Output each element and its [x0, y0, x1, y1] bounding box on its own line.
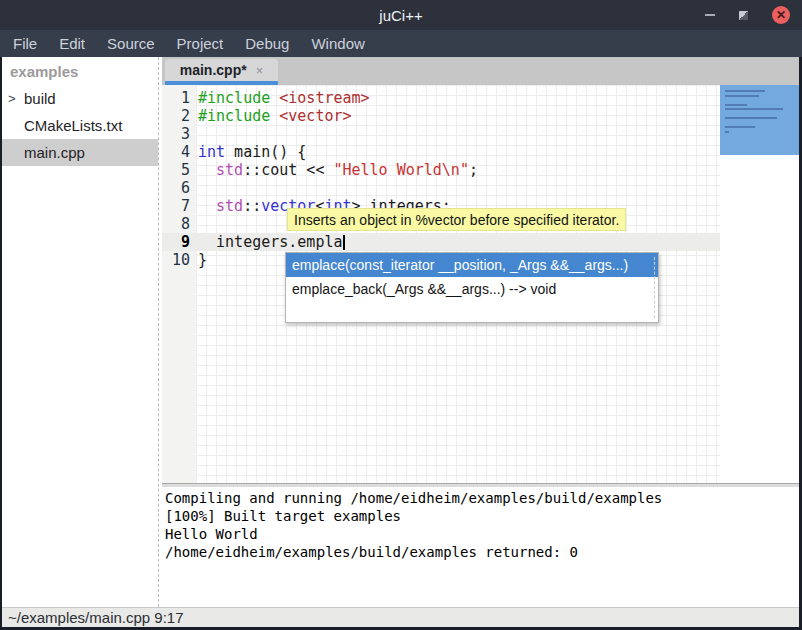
- line-text: }: [190, 251, 207, 269]
- terminal-line: Hello World: [165, 525, 802, 543]
- code-line-9[interactable]: 9 integers.empla: [162, 233, 720, 251]
- sidebar-item-cmakelists-txt[interactable]: CMakeLists.txt: [0, 112, 158, 139]
- terminal-line: Compiling and running /home/eidheim/exam…: [165, 489, 802, 507]
- minimap-code-line: [725, 90, 765, 92]
- title-bar[interactable]: juCi++ ✕: [0, 0, 802, 30]
- menu-item-file[interactable]: File: [2, 32, 48, 55]
- minimap-column[interactable]: [720, 85, 802, 483]
- autocomplete-item-0[interactable]: emplace(const_iterator __position, _Args…: [286, 253, 658, 277]
- line-text: std::cout << "Hello World\n";: [190, 161, 478, 179]
- code-line-6[interactable]: 6: [162, 179, 720, 197]
- minimap-code-line: [725, 117, 777, 119]
- line-number: 2: [162, 107, 190, 125]
- sidebar-item-build[interactable]: >build: [0, 85, 158, 112]
- popup-scrollbar[interactable]: [654, 257, 655, 318]
- line-text: integers.empla: [190, 233, 345, 251]
- file-tree: >buildCMakeLists.txtmain.cpp: [0, 85, 158, 166]
- line-number: 9: [162, 233, 190, 251]
- autocomplete-item-1[interactable]: emplace_back(_Args &&__args...) --> void: [286, 277, 658, 301]
- terminal-output[interactable]: Compiling and running /home/eidheim/exam…: [162, 487, 802, 607]
- line-number: 3: [162, 125, 190, 143]
- menu-bar: FileEditSourceProjectDebugWindow: [0, 30, 802, 57]
- file-label: build: [24, 90, 56, 107]
- file-tree-sidebar: examples >buildCMakeLists.txtmain.cpp: [0, 57, 158, 607]
- code-lines: 1#include <iostream>2#include <vector>34…: [162, 89, 720, 269]
- editor-column: main.cpp* × 1#include <iostream>2#includ…: [162, 57, 802, 607]
- minimize-icon[interactable]: [705, 14, 715, 16]
- code-line-1[interactable]: 1#include <iostream>: [162, 89, 720, 107]
- window-border-left: [0, 57, 2, 630]
- menu-item-edit[interactable]: Edit: [48, 32, 96, 55]
- line-number: 10: [162, 251, 190, 269]
- project-name-header: examples: [0, 57, 158, 85]
- file-label: main.cpp: [24, 144, 85, 161]
- code-editor[interactable]: 1#include <iostream>2#include <vector>34…: [162, 85, 802, 483]
- line-text: [190, 179, 198, 197]
- minimap-code-line: [725, 126, 755, 128]
- tab-main-cpp[interactable]: main.cpp* ×: [165, 59, 278, 85]
- minimap-code-line: [725, 104, 747, 106]
- file-label: CMakeLists.txt: [24, 117, 122, 134]
- line-text: int main() {: [190, 143, 306, 161]
- window-controls: ✕: [705, 0, 790, 30]
- line-text: [190, 125, 198, 143]
- line-text: #include <iostream>: [190, 89, 370, 107]
- app-window: juCi++ ✕ FileEditSourceProjectDebugWindo…: [0, 0, 802, 630]
- terminal-line: [100%] Built target examples: [165, 507, 802, 525]
- line-text: [190, 215, 198, 233]
- status-bar: ~/examples/main.cpp 9:17: [0, 607, 802, 627]
- status-location: ~/examples/main.cpp 9:17: [8, 609, 184, 626]
- autocomplete-popup: emplace(const_iterator __position, _Args…: [285, 252, 659, 323]
- tab-close-icon[interactable]: ×: [256, 63, 264, 78]
- window-title: juCi++: [379, 7, 422, 24]
- code-line-4[interactable]: 4int main() {: [162, 143, 720, 161]
- minimap-code-line: [725, 131, 729, 133]
- doc-tooltip: Inserts an object in %vector before spec…: [287, 208, 626, 231]
- text-cursor: [343, 235, 345, 250]
- tab-bar: main.cpp* ×: [162, 57, 802, 85]
- line-number: 7: [162, 197, 190, 215]
- menu-item-project[interactable]: Project: [166, 32, 235, 55]
- code-line-3[interactable]: 3: [162, 125, 720, 143]
- line-number: 1: [162, 89, 190, 107]
- code-line-5[interactable]: 5 std::cout << "Hello World\n";: [162, 161, 720, 179]
- line-number: 8: [162, 215, 190, 233]
- minimap-code-line: [725, 108, 783, 110]
- line-text: #include <vector>: [190, 107, 352, 125]
- line-number: 5: [162, 161, 190, 179]
- chevron-right-icon[interactable]: >: [8, 91, 16, 106]
- sidebar-item-main-cpp[interactable]: main.cpp: [0, 139, 158, 166]
- terminal-line: /home/eidheim/examples/build/examples re…: [165, 543, 802, 561]
- tab-label: main.cpp*: [180, 62, 247, 78]
- main-area: examples >buildCMakeLists.txtmain.cpp ma…: [0, 57, 802, 607]
- minimap-slider[interactable]: [720, 85, 799, 155]
- minimap-code-line: [725, 95, 759, 97]
- line-number: 6: [162, 179, 190, 197]
- code-line-2[interactable]: 2#include <vector>: [162, 107, 720, 125]
- restore-icon[interactable]: [739, 11, 748, 20]
- menu-item-debug[interactable]: Debug: [234, 32, 300, 55]
- menu-item-source[interactable]: Source: [96, 32, 166, 55]
- menu-item-window[interactable]: Window: [300, 32, 375, 55]
- line-number: 4: [162, 143, 190, 161]
- close-icon[interactable]: ✕: [772, 6, 790, 24]
